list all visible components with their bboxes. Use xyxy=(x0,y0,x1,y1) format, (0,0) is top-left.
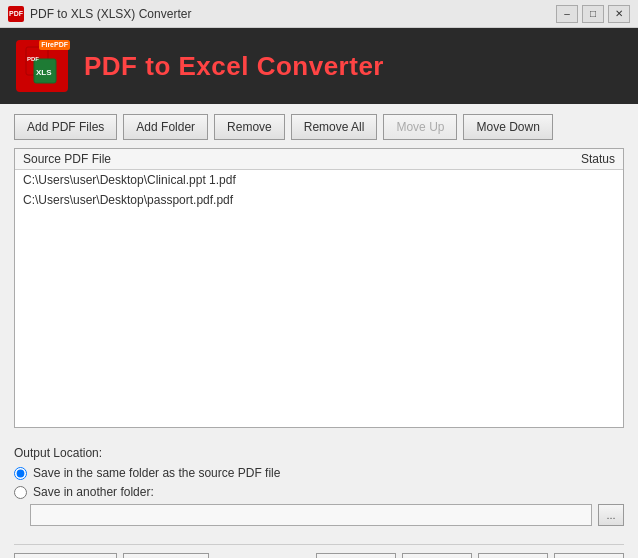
footer-right: Convert Help About Exit xyxy=(316,553,624,558)
col-status-header: Status xyxy=(535,152,615,166)
same-folder-radio[interactable] xyxy=(14,467,27,480)
convert-button[interactable]: Convert xyxy=(316,553,396,558)
remove-all-button[interactable]: Remove All xyxy=(291,114,378,140)
add-pdf-button[interactable]: Add PDF Files xyxy=(14,114,117,140)
buy-now-button[interactable]: Buy Now xyxy=(123,553,209,558)
toolbar: Add PDF Files Add Folder Remove Remove A… xyxy=(14,114,624,140)
col-source-header: Source PDF File xyxy=(23,152,535,166)
output-label: Output Location: xyxy=(14,446,624,460)
close-button[interactable]: ✕ xyxy=(608,5,630,23)
move-down-button[interactable]: Move Down xyxy=(463,114,552,140)
same-folder-label[interactable]: Save in the same folder as the source PD… xyxy=(33,466,280,480)
footer-left: Preferences Buy Now xyxy=(14,553,209,558)
title-bar-text: PDF to XLS (XLSX) Converter xyxy=(30,7,556,21)
folder-path-input[interactable] xyxy=(30,504,592,526)
list-item[interactable]: C:\Users\user\Desktop\Clinical.ppt 1.pdf xyxy=(15,170,623,190)
maximize-button[interactable]: □ xyxy=(582,5,604,23)
help-button[interactable]: Help xyxy=(402,553,472,558)
list-item[interactable]: C:\Users\user\Desktop\passport.pdf.pdf xyxy=(15,190,623,210)
folder-input-row: ... xyxy=(30,504,624,526)
title-bar-controls: – □ ✕ xyxy=(556,5,630,23)
app-title: PDF to Excel Converter xyxy=(84,51,384,82)
exit-button[interactable]: Exit xyxy=(554,553,624,558)
main-content: Add PDF Files Add Folder Remove Remove A… xyxy=(0,104,638,558)
app-header: XLS PDF FirePDF PDF to Excel Converter xyxy=(0,28,638,104)
remove-button[interactable]: Remove xyxy=(214,114,285,140)
another-folder-option[interactable]: Save in another folder: xyxy=(14,485,624,499)
brand-badge: FirePDF xyxy=(39,40,70,50)
app-icon: PDF xyxy=(8,6,24,22)
another-folder-radio[interactable] xyxy=(14,486,27,499)
file-list-header: Source PDF File Status xyxy=(15,149,623,170)
move-up-button[interactable]: Move Up xyxy=(383,114,457,140)
preferences-button[interactable]: Preferences xyxy=(14,553,117,558)
logo-inner: XLS PDF FirePDF xyxy=(24,45,60,88)
app-logo: XLS PDF FirePDF xyxy=(16,40,68,92)
about-button[interactable]: About xyxy=(478,553,548,558)
header-title-text: PDF to Excel Converter xyxy=(84,51,384,81)
svg-text:PDF: PDF xyxy=(27,56,39,62)
title-bar: PDF PDF to XLS (XLSX) Converter – □ ✕ xyxy=(0,0,638,28)
file-path: C:\Users\user\Desktop\Clinical.ppt 1.pdf xyxy=(23,173,236,187)
footer-buttons: Preferences Buy Now Convert Help About E… xyxy=(14,544,624,558)
file-path: C:\Users\user\Desktop\passport.pdf.pdf xyxy=(23,193,233,207)
svg-text:XLS: XLS xyxy=(36,68,52,77)
same-folder-option[interactable]: Save in the same folder as the source PD… xyxy=(14,466,624,480)
browse-button[interactable]: ... xyxy=(598,504,624,526)
output-section: Output Location: Save in the same folder… xyxy=(14,438,624,534)
add-folder-button[interactable]: Add Folder xyxy=(123,114,208,140)
minimize-button[interactable]: – xyxy=(556,5,578,23)
another-folder-label[interactable]: Save in another folder: xyxy=(33,485,154,499)
file-list-container[interactable]: Source PDF File Status C:\Users\user\Des… xyxy=(14,148,624,428)
